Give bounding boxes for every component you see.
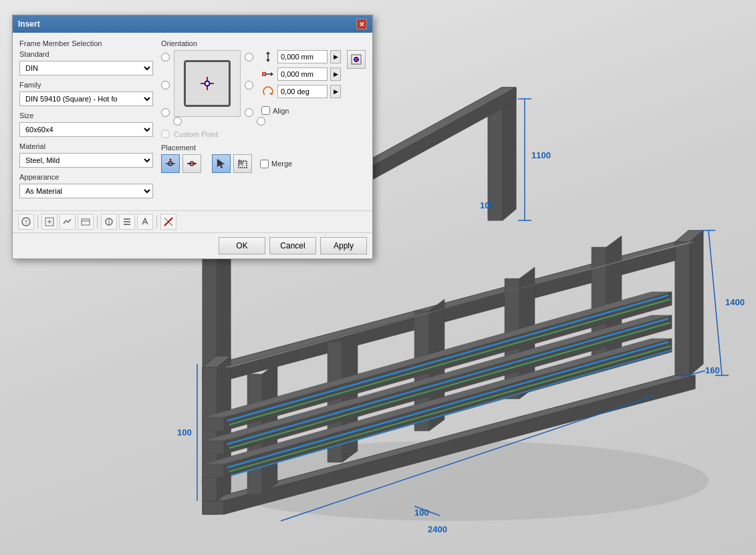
align-checkbox-label[interactable]: Align (261, 106, 289, 115)
orientation-radio-top-right[interactable] (245, 53, 253, 61)
rotation-icon (261, 85, 275, 98)
orientation-radio-top-center[interactable] (173, 117, 182, 126)
frame-member-selection-label: Frame Member Selection (19, 39, 153, 47)
rotation-arrow[interactable]: ▶ (330, 85, 341, 98)
dim-100-bottom: 100 (414, 508, 429, 518)
svg-marker-49 (203, 464, 224, 478)
ok-button[interactable]: OK (219, 237, 265, 254)
custom-point-toggle-btn[interactable] (347, 50, 366, 69)
placement-btn-2[interactable] (182, 154, 201, 173)
merge-checkbox-label[interactable]: Merge (260, 160, 292, 168)
size-select[interactable]: 60x60x4 (19, 122, 153, 137)
svg-marker-26 (690, 230, 703, 375)
orientation-radio-mid-center[interactable] (257, 117, 265, 126)
custom-point-radio[interactable] (161, 130, 170, 138)
svg-marker-76 (269, 93, 273, 95)
placement-btn-1[interactable] (161, 154, 180, 173)
vertical-offset-arrow[interactable]: ▶ (330, 50, 341, 63)
svg-rect-97 (82, 219, 90, 225)
orientation-radio-bot-right[interactable] (245, 108, 253, 117)
standard-select[interactable]: DIN (19, 61, 153, 75)
dim-160: 160 (705, 365, 720, 375)
dialog-title: Insert (18, 19, 40, 29)
cursor-btn[interactable] (212, 154, 231, 173)
vertical-offset-icon (261, 50, 275, 63)
orientation-placement-panel: Orientation (161, 39, 366, 204)
merge-row: Merge (260, 160, 292, 168)
rotation-row: ▶ (261, 85, 341, 98)
svg-marker-46 (203, 441, 224, 454)
custom-point-label: Custom Point (174, 130, 218, 138)
svg-rect-73 (263, 73, 265, 75)
profile-shape (184, 60, 231, 107)
offset-controls: ▶ ▶ (261, 50, 341, 115)
vertical-offset-row: ▶ (261, 50, 341, 63)
size-field-group: Size 60x60x4 (19, 112, 153, 137)
vertical-offset-input[interactable] (277, 50, 328, 63)
family-field-group: Family DIN 59410 (Square) - Hot fo (19, 81, 153, 106)
svg-marker-75 (271, 72, 273, 76)
crosshair-center (205, 81, 211, 87)
material-label: Material (19, 142, 153, 150)
align-checkbox[interactable] (261, 106, 270, 115)
merge-checkbox[interactable] (260, 160, 269, 168)
toolbar-sep-2 (97, 215, 98, 228)
svg-marker-88 (194, 162, 197, 165)
orientation-radio-mid-right[interactable] (245, 81, 253, 89)
horizontal-offset-input[interactable] (277, 67, 328, 81)
dim-1400: 1400 (725, 297, 745, 307)
svg-text:?: ? (24, 219, 27, 226)
dialog-titlebar: Insert ✕ (13, 15, 372, 33)
dialog-close-button[interactable]: ✕ (356, 19, 367, 29)
svg-line-55 (229, 323, 670, 448)
cancel-button[interactable]: Cancel (269, 237, 316, 254)
toolbar-btn-4[interactable] (78, 214, 94, 230)
svg-marker-71 (266, 51, 270, 54)
dim-2400: 2400 (428, 524, 447, 534)
selection-btn[interactable] (233, 154, 252, 173)
toolbar-btn-2[interactable] (41, 214, 57, 230)
appearance-label: Appearance (19, 173, 153, 181)
svg-marker-16 (203, 501, 224, 514)
appearance-field-group: Appearance As Material (19, 173, 153, 198)
svg-line-63 (709, 230, 722, 375)
toolbar-btn-6[interactable] (119, 214, 135, 230)
svg-marker-24 (675, 242, 690, 375)
standard-field-group: Standard DIN (19, 50, 153, 75)
dim-100-top: 100 (480, 200, 495, 210)
horizontal-offset-row: ▶ (261, 67, 341, 81)
family-select[interactable]: DIN 59410 (Square) - Hot fo (19, 91, 153, 106)
horizontal-offset-icon (261, 67, 275, 81)
svg-marker-43 (203, 417, 224, 431)
dialog-buttons: OK Cancel Apply (13, 232, 372, 258)
insert-dialog: Insert ✕ Frame Member Selection Standard… (12, 15, 373, 259)
horizontal-offset-arrow[interactable]: ▶ (330, 67, 341, 81)
orientation-radio-mid-left[interactable] (161, 81, 170, 89)
dialog-toolbar: ? (13, 210, 372, 232)
placement-buttons: Merge (161, 154, 366, 173)
toolbar-btn-3[interactable] (59, 214, 76, 230)
material-field-group: Material Steel, Mild (19, 142, 153, 168)
align-label: Align (273, 107, 289, 115)
help-btn[interactable]: ? (18, 214, 34, 230)
frame-member-selection-panel: Frame Member Selection Standard DIN Fami… (19, 39, 153, 204)
orientation-radio-top-left[interactable] (161, 53, 170, 61)
profile-preview (174, 50, 241, 117)
material-select[interactable]: Steel, Mild (19, 153, 153, 168)
toolbar-btn-8[interactable] (160, 214, 176, 230)
dim-1100: 1100 (531, 150, 551, 160)
toolbar-sep-1 (37, 215, 38, 228)
orientation-section-label: Orientation (161, 39, 366, 47)
toolbar-btn-7[interactable] (137, 214, 153, 230)
toolbar-btn-5[interactable] (101, 214, 117, 230)
svg-marker-21 (203, 367, 217, 501)
dim-100-left: 100 (177, 427, 192, 437)
custom-point-row: Custom Point (161, 130, 366, 138)
merge-label: Merge (271, 160, 292, 168)
family-label: Family (19, 81, 153, 89)
rotation-input[interactable] (277, 85, 328, 98)
apply-button[interactable]: Apply (320, 237, 367, 254)
standard-label: Standard (19, 50, 153, 58)
appearance-select[interactable]: As Material (19, 184, 153, 198)
orientation-radio-bot-left[interactable] (161, 108, 170, 117)
